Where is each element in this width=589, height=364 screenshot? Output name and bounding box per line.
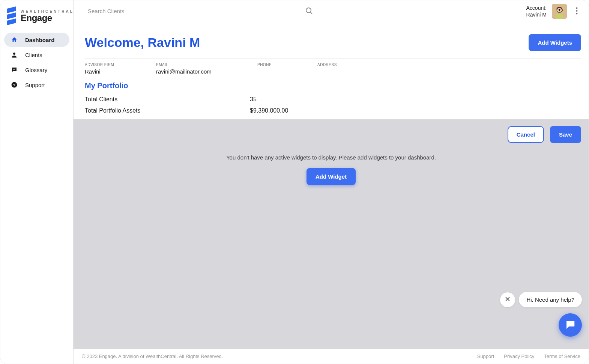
- portfolio-row-value: 35: [250, 96, 257, 103]
- info-label-advisor-firm: ADVISOR FIRM: [85, 63, 126, 67]
- portfolio-row-key: Total Clients: [85, 96, 250, 103]
- svg-point-14: [576, 7, 577, 9]
- sidebar-item-label: Glossary: [25, 67, 47, 73]
- info-value-advisor-firm: Ravini: [85, 68, 126, 75]
- svg-line-6: [311, 12, 313, 14]
- sidebar-item-clients[interactable]: Clients: [4, 48, 69, 62]
- account-label-text: Account:: [526, 5, 547, 11]
- brand-mark-icon: [6, 6, 17, 26]
- info-label-address: ADDRESS: [317, 63, 359, 67]
- account-name-text: Ravini M: [526, 11, 547, 18]
- sidebar-nav: Dashboard Clients Glossary ? Support: [4, 33, 69, 92]
- footer-copyright: © 2023 Engage. A division of WealthCentr…: [82, 353, 223, 359]
- help-bubble: Hi. Need any help?: [519, 292, 582, 307]
- portfolio-row: Total Portfolio Assets $9,390,000.00: [85, 105, 581, 119]
- sidebar-item-label: Support: [25, 82, 45, 88]
- svg-text:?: ?: [13, 83, 15, 87]
- add-widget-button[interactable]: Add Widget: [307, 168, 356, 185]
- svg-point-15: [576, 10, 577, 12]
- brand-logo: WEALTHCENTRAL Engage: [4, 4, 69, 33]
- search-icon: [305, 6, 314, 17]
- help-cluster: Hi. Need any help?: [500, 292, 582, 337]
- sidebar-item-dashboard[interactable]: Dashboard: [4, 33, 69, 47]
- svg-rect-2: [13, 69, 15, 70]
- avatar[interactable]: [552, 4, 567, 19]
- cancel-button[interactable]: Cancel: [508, 126, 544, 143]
- sidebar-item-label: Clients: [25, 52, 42, 58]
- topbar-right: Account: Ravini M: [526, 4, 581, 19]
- portfolio-row-value: $9,390,000.00: [250, 107, 288, 114]
- chat-bubble-icon: [565, 319, 576, 331]
- divider: [85, 59, 581, 59]
- home-icon: [11, 36, 18, 43]
- portfolio-row-key: Total Portfolio Assets: [85, 107, 250, 114]
- svg-rect-1: [13, 69, 16, 69]
- topbar: Account: Ravini M: [74, 0, 589, 19]
- info-label-email: EMAIL: [156, 63, 227, 67]
- svg-rect-11: [556, 9, 559, 11]
- chat-icon: [11, 66, 18, 73]
- portfolio-row: Total Clients 35: [85, 94, 581, 105]
- sidebar: WEALTHCENTRAL Engage Dashboard Clients: [0, 0, 74, 364]
- sidebar-item-support[interactable]: ? Support: [4, 78, 69, 92]
- info-value-email: ravini@mailinator.com: [156, 68, 227, 75]
- app-frame: WEALTHCENTRAL Engage Dashboard Clients: [0, 0, 589, 364]
- footer-link-privacy[interactable]: Privacy Policy: [504, 353, 534, 359]
- account-menu-button[interactable]: [572, 5, 581, 17]
- advisor-info-row: ADVISOR FIRM Ravini EMAIL ravini@mailina…: [85, 63, 581, 75]
- brand-big-text: Engage: [21, 14, 74, 23]
- help-icon: ?: [11, 81, 18, 88]
- add-widgets-button[interactable]: Add Widgets: [529, 34, 581, 51]
- svg-rect-12: [560, 9, 562, 11]
- save-button[interactable]: Save: [550, 126, 581, 143]
- search-input[interactable]: [81, 3, 317, 19]
- sidebar-item-glossary[interactable]: Glossary: [4, 63, 69, 77]
- svg-rect-13: [556, 14, 563, 19]
- page-title: Welcome, Ravini M: [85, 35, 200, 50]
- portfolio-section-title: My Portfolio: [85, 81, 581, 90]
- account-label: Account: Ravini M: [526, 5, 547, 18]
- sidebar-item-label: Dashboard: [25, 37, 54, 43]
- kebab-icon: [576, 7, 578, 16]
- user-icon: [11, 51, 18, 58]
- search-wrap: [81, 3, 317, 19]
- footer-link-terms[interactable]: Terms of Service: [544, 353, 580, 359]
- content-head: Welcome, Ravini M Add Widgets ADVISOR FI…: [74, 19, 589, 119]
- svg-point-16: [576, 13, 577, 14]
- close-icon: [505, 296, 510, 303]
- svg-point-0: [13, 53, 15, 55]
- footer: © 2023 Engage. A division of WealthCentr…: [74, 349, 589, 364]
- widgets-empty-text: You don't have any active widgets to dis…: [81, 154, 581, 161]
- svg-point-5: [306, 8, 311, 13]
- help-close-button[interactable]: [500, 292, 515, 307]
- info-label-phone: PHONE: [257, 63, 287, 67]
- chat-fab-button[interactable]: [559, 313, 582, 337]
- footer-link-support[interactable]: Support: [477, 353, 494, 359]
